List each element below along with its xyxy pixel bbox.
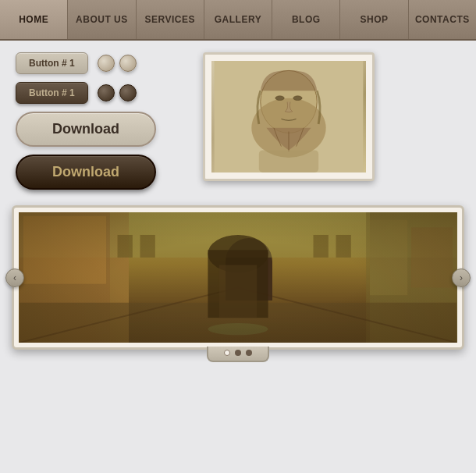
nav-shop[interactable]: SHOP [340, 0, 408, 39]
slider-dot-2[interactable] [235, 350, 241, 356]
slider-dot-3[interactable] [246, 350, 252, 356]
street-scene [19, 212, 457, 343]
radio-circle-dark-2[interactable] [119, 84, 137, 101]
nav-home[interactable]: HOME [0, 0, 68, 39]
button-dark-1[interactable]: Button # 1 [16, 82, 88, 104]
slider-dots-tab [207, 347, 269, 362]
portrait-frame [203, 52, 375, 181]
slider-frame [12, 205, 464, 350]
button-row-2: Button # 1 [16, 82, 187, 104]
portrait-image [211, 61, 366, 172]
radio-circle-dark-1[interactable] [98, 84, 115, 101]
nav-contacts[interactable]: CONTACTS [409, 0, 476, 39]
radio-circle-light-2[interactable] [119, 55, 137, 72]
button-light-1[interactable]: Button # 1 [16, 52, 88, 74]
toggle-circles-dark [98, 84, 137, 101]
nav-blog[interactable]: BLOG [272, 0, 340, 39]
slider-next-button[interactable]: › [452, 269, 471, 287]
slider-wrapper: ‹ [12, 205, 464, 350]
nav-about[interactable]: ABOUT US [68, 0, 136, 39]
nav-gallery[interactable]: GALLERY [204, 0, 272, 39]
toggle-circles-light [98, 55, 137, 72]
slider-prev-button[interactable]: ‹ [5, 269, 24, 287]
radio-circle-light-1[interactable] [98, 55, 115, 72]
slider-section: ‹ [12, 205, 464, 350]
left-column: Button # 1 Button # 1 Download Download [16, 52, 187, 190]
blur-overlay [19, 212, 457, 343]
button-row-1: Button # 1 [16, 52, 187, 74]
right-column [203, 52, 460, 181]
download-button-dark[interactable]: Download [16, 155, 156, 190]
nav-services[interactable]: SERVICES [137, 0, 204, 39]
download-button-light[interactable]: Download [16, 112, 156, 147]
svg-rect-6 [215, 61, 364, 172]
navigation-bar: HOME ABOUT US SERVICES GALLERY BLOG SHOP… [0, 0, 476, 41]
slider-dot-1[interactable] [224, 350, 230, 356]
slider-image [19, 212, 457, 343]
main-content: Button # 1 Button # 1 Download Download [0, 41, 476, 201]
